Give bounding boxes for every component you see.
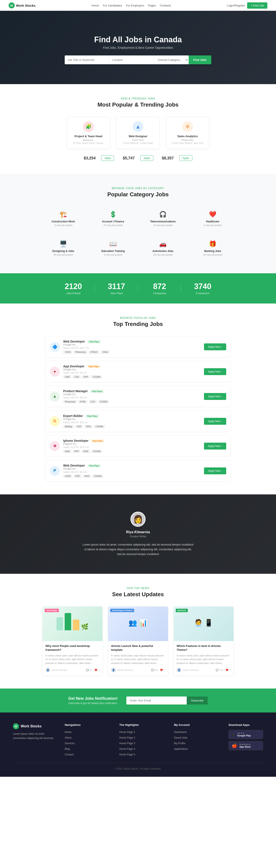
footer-account-link-1[interactable]: Saved Jobs	[174, 736, 188, 739]
job-card-1[interactable]: ▲ Web Designer Drive Tech Thrive Markets…	[117, 117, 159, 149]
apply-now-btn-3[interactable]: Apply Now ↑	[204, 418, 226, 425]
job-badge-3: Part-Time	[86, 414, 99, 418]
google-play-sub: Get it on	[237, 732, 251, 734]
apply-btn-0[interactable]: Apply	[101, 155, 114, 161]
footer-brand-name: Work Stocks	[21, 724, 41, 728]
footer-account-title: My Account	[174, 723, 220, 726]
category-item-2[interactable]: 🎧 Telecommunications 13 new job posted	[141, 207, 185, 231]
nav-candidates[interactable]: For Candidates	[103, 4, 122, 7]
nav-employers[interactable]: For Employers	[126, 4, 144, 7]
category-item-6[interactable]: 🚗 Automotive Jobs 28 new job posted	[141, 236, 185, 260]
search-button[interactable]: Find Jobs	[189, 56, 211, 64]
footer-highlights-title: The Highlights	[119, 723, 165, 726]
brand-logo[interactable]: W Work Stocks	[9, 2, 36, 8]
job-list-left-5: P Web Developer Part-Time Google Inc. Sa…	[50, 464, 103, 478]
job-tags-5: CSS3 PHP ROR CSS4M	[63, 474, 103, 478]
apply-now-btn-1[interactable]: Apply Now ↑	[204, 368, 226, 375]
blog-label: Our Top News	[9, 587, 267, 590]
job-info-1: App Developer Part-Time Google Inc. Sala…	[63, 365, 102, 378]
blog-badge-0: Technology	[44, 609, 59, 612]
footer-account-link-3[interactable]: Applications	[174, 747, 188, 750]
footer-nav-link-0[interactable]: Home	[65, 731, 71, 734]
footer-highlights-link-1[interactable]: Home Page 2	[119, 736, 135, 739]
nav-contacts[interactable]: Contacts	[160, 4, 171, 7]
app-store-label: App Store	[239, 745, 251, 748]
apply-btn-2[interactable]: Apply	[179, 155, 192, 161]
navbar: W Work Stocks Home For Candidates For Em…	[0, 0, 276, 11]
blog-actions-1: 💬 ●● ❤️ 1	[151, 669, 165, 672]
blog-excerpt-0: In varius varius justo, eget ultrices ma…	[45, 654, 99, 665]
footer-highlights-link-3[interactable]: Home Page 4	[119, 747, 135, 750]
newsletter-email-input[interactable]	[126, 696, 187, 705]
tag-0-1: Photoshop	[73, 350, 87, 354]
tag-5-1: PHP	[73, 474, 82, 478]
job-info-0: Web Developer Part-Time Google Inc. Sala…	[63, 340, 110, 354]
blog-meta-2: 👤 Jacob Johnson 💬 21b ❤️ 1	[177, 668, 231, 672]
search-job-input[interactable]	[65, 56, 109, 64]
footer-highlights-link-2[interactable]: Home Page 3	[119, 742, 135, 745]
job-logo-1: ●	[50, 367, 60, 377]
blog-card-0[interactable]: Technology 🌿 Why most People used bootst…	[42, 606, 103, 676]
job-list-company-4: Paganti Inc.	[63, 442, 104, 445]
footer-highlights-link-0[interactable]: Home Page 1	[119, 731, 135, 734]
tag-2-1: HTML	[78, 400, 88, 403]
stat-label-3: Freelancers	[181, 292, 224, 295]
footer-nav-link-1[interactable]: About	[65, 736, 71, 739]
footer-highlights-link-4[interactable]: Home Page 5	[119, 753, 135, 756]
category-item-5[interactable]: 📖 Education Training 8 new job posted	[91, 236, 135, 260]
app-store-button[interactable]: 🍎 Download on App Store	[228, 741, 263, 750]
blog-actions-0: 💬 11 ❤️ 1	[86, 669, 100, 672]
blog-card-1[interactable]: Technology & Finance 👥 📊 drivoto Launch …	[108, 606, 168, 676]
testimonial-section: 👩 Riya Kitwarnia Content Writer Lorem ip…	[0, 494, 276, 574]
apply-now-btn-5[interactable]: Apply Now ↑	[204, 467, 226, 474]
tag-5-3: CSS4M	[92, 474, 103, 478]
blog-badge-2: Business	[176, 609, 188, 612]
author-avatar-0: 👤	[45, 668, 50, 672]
tag-1-0: CMS	[63, 375, 71, 378]
salary-pair-1: $5,747 Apply	[123, 155, 153, 161]
job-list-title-3: Expert Bidder Part-Time	[63, 414, 105, 417]
comment-count-2: 💬 21b	[216, 669, 223, 672]
blog-card-2[interactable]: Business 🧑‍💼 📱 Which Features is best in…	[173, 606, 234, 676]
job-card-0[interactable]: 🧩 Project & Team Head Asana Inc. B.1256,…	[67, 117, 110, 149]
cat-name-1: Account / Finance	[93, 220, 133, 223]
footer-account-link-2[interactable]: My Profile	[174, 742, 185, 745]
navbar-right: Login/Register + Post Job	[227, 2, 267, 9]
logo-icon: W	[9, 2, 15, 8]
nav-pages[interactable]: Pages	[148, 4, 156, 7]
login-link[interactable]: Login/Register	[227, 4, 245, 7]
category-item-7[interactable]: 🎁 Banking Jobs 10 new job posted	[190, 236, 235, 260]
apply-now-btn-2[interactable]: Apply Now ↑	[204, 393, 226, 400]
post-job-button[interactable]: + Post Job	[247, 2, 267, 9]
job-list-left-1: ● App Developer Part-Time Google Inc. Sa…	[50, 365, 102, 378]
apply-btn-1[interactable]: Apply	[141, 155, 153, 161]
job-list: 🔷 Web Developer Part-Time Google Inc. Sa…	[45, 336, 231, 482]
job-title-2: Sales Analytics	[171, 134, 205, 138]
tag-4-2: ROR	[82, 450, 90, 453]
footer-nav-link-3[interactable]: Blog	[65, 747, 70, 750]
google-play-button[interactable]: ▶ Get it on Google Play	[228, 730, 263, 739]
footer-nav-link-4[interactable]: Contact	[65, 753, 73, 756]
category-item-0[interactable]: 🏗️ Construction Work 6 new job posted	[41, 207, 86, 231]
footer-account-link-0[interactable]: Dashboard	[174, 731, 187, 734]
blog-body-2: Which Features is best in drivoto Theme?…	[174, 641, 234, 675]
job-card-2[interactable]: ✳ Sales Analytics Photos Info. B.025, Ne…	[166, 117, 209, 149]
job-location-1: Thrive Markets, United State	[121, 142, 155, 144]
nav-home[interactable]: Home	[91, 4, 99, 7]
google-play-icon: ▶	[232, 732, 235, 737]
footer-logo-icon: W	[13, 723, 19, 729]
cat-count-5: 8 new job posted	[93, 253, 133, 256]
category-item-4[interactable]: 🖥️ Designing & Jobs 40 new job posted	[41, 236, 86, 260]
category-item-1[interactable]: 💲 Account / Finance 15 new job posted	[91, 207, 135, 231]
footer-nav-link-2[interactable]: Services	[65, 742, 74, 745]
job-salary-3: Salary: $5,576- $16 /A	[63, 421, 105, 424]
search-category-select[interactable]: Choose Category... IT / Technology Marke…	[154, 56, 189, 64]
job-salary-4: Salary: $7,576- $19.5 /A	[63, 446, 104, 448]
category-item-3[interactable]: ❤️ Healthcare 6 new job posted	[190, 207, 235, 231]
apply-now-btn-4[interactable]: Apply Now ↑	[204, 443, 226, 450]
job-logo-3: G	[50, 416, 60, 426]
search-location-input[interactable]	[109, 56, 154, 64]
cat-icon-5: 📖	[93, 240, 133, 247]
apply-now-btn-0[interactable]: Apply Now ↑	[204, 343, 226, 350]
newsletter-subscribe-button[interactable]: Subscribe	[187, 696, 208, 705]
